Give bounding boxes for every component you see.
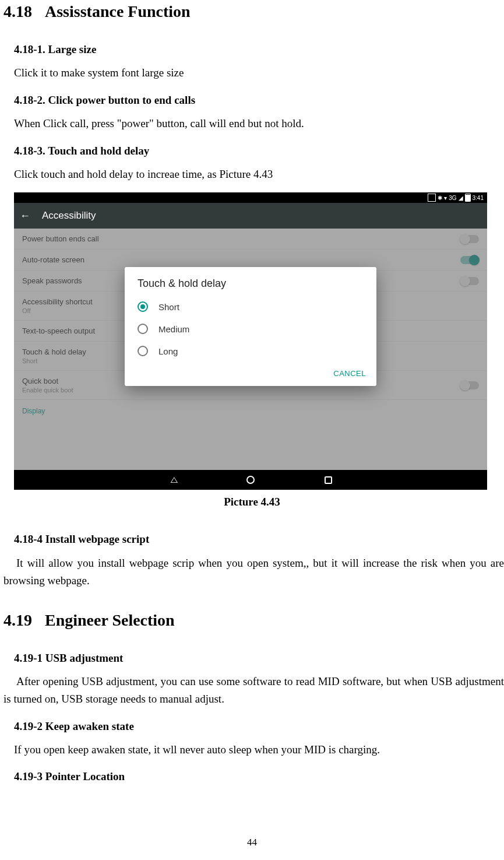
nav-home-icon[interactable] <box>246 476 255 484</box>
paragraph: Click it to make system font large size <box>0 62 504 85</box>
row-label: Touch & hold delay <box>22 347 86 356</box>
screenshot-icon <box>428 194 436 202</box>
figure-caption: Picture 4.43 <box>0 490 504 525</box>
paragraph: It will allow you install webpage scrip … <box>0 552 504 594</box>
paragraph: Click touch and hold delay to increae ti… <box>0 163 504 187</box>
section-number: 4.19 <box>3 611 32 629</box>
radio-selected-icon <box>138 301 148 312</box>
paragraph: When Click call, press "power" button, c… <box>0 113 504 136</box>
dialog-option-short[interactable]: Short <box>125 296 376 318</box>
radio-icon <box>138 324 148 334</box>
dialog-option-long[interactable]: Long <box>125 340 376 362</box>
section-heading-4-19: 4.19Engineer Selection <box>0 609 504 644</box>
nav-bar: ▷ <box>14 470 487 490</box>
subheading-4-18-2: 4.18-2. Click power button to end calls <box>0 86 504 113</box>
subheading-4-18-3: 4.18-3. Touch and hold delay <box>0 136 504 163</box>
section-title: Assisstance Function <box>45 2 191 20</box>
page-number: 44 <box>0 837 504 848</box>
nav-recents-icon[interactable] <box>325 476 332 484</box>
radio-icon <box>138 346 148 356</box>
switch-on[interactable] <box>460 256 479 264</box>
dialog-title: Touch & hold delay <box>125 278 376 296</box>
section-title: Engineer Selection <box>45 611 175 629</box>
option-label: Long <box>158 346 178 356</box>
row-label: Quick boot <box>22 377 58 385</box>
row-display-category: Display <box>14 400 487 421</box>
row-label: Accessibility shortcut <box>22 297 93 306</box>
switch-off[interactable] <box>460 381 479 389</box>
subheading-4-19-1: 4.19-1 USB adjustment <box>0 644 504 671</box>
section-number: 4.18 <box>3 2 32 20</box>
section-heading-4-18: 4.18Assisstance Function <box>0 0 504 35</box>
back-icon[interactable]: ← <box>20 210 30 222</box>
dialog-option-medium[interactable]: Medium <box>125 318 376 340</box>
option-label: Short <box>158 302 179 312</box>
row-label: Power button ends call <box>22 234 99 243</box>
paragraph: After opening USB adjustment, you can us… <box>0 671 504 712</box>
row-sublabel: Enable quick boot <box>22 387 73 394</box>
bluetooth-icon: ✱ <box>438 195 442 201</box>
row-label: Auto-rotate screen <box>22 255 84 264</box>
subheading-4-18-1: 4.18-1. Large size <box>0 35 504 62</box>
switch-off[interactable] <box>460 235 479 243</box>
signal-icon: ◢ <box>459 195 463 201</box>
option-label: Medium <box>158 324 189 334</box>
subheading-4-19-2: 4.19-2 Keep awaken state <box>0 712 504 739</box>
network-label: 3G <box>449 195 456 201</box>
row-label: Display <box>22 407 45 415</box>
paragraph: If you open keep awaken state, it wll ne… <box>0 739 504 762</box>
app-bar-title: Accessibility <box>42 210 96 222</box>
battery-icon <box>465 194 471 202</box>
row-sublabel: Short <box>22 357 86 364</box>
wifi-icon: ▾ <box>444 195 447 201</box>
row-label: Speak passwords <box>22 276 82 285</box>
touch-hold-delay-dialog: Touch & hold delay Short Medium Long CAN… <box>125 267 376 386</box>
subheading-4-19-3: 4.19-3 Pointer Location <box>0 762 504 789</box>
cancel-button[interactable]: CANCEL <box>333 369 366 378</box>
nav-back-icon[interactable]: ▷ <box>167 478 178 483</box>
row-label: Text-to-speech output <box>22 327 95 335</box>
status-bar: ✱ ▾ 3G ◢ 3:41 <box>14 192 487 203</box>
app-bar: ← Accessibility <box>14 203 487 229</box>
subheading-4-18-4: 4.18-4 Install webpage script <box>0 525 504 552</box>
row-sublabel: Off <box>22 307 93 314</box>
clock: 3:41 <box>473 195 484 201</box>
android-screenshot: ✱ ▾ 3G ◢ 3:41 ← Accessibility Power butt… <box>14 192 487 490</box>
row-power-button-ends-call[interactable]: Power button ends call <box>14 229 487 250</box>
switch-off[interactable] <box>460 277 479 285</box>
